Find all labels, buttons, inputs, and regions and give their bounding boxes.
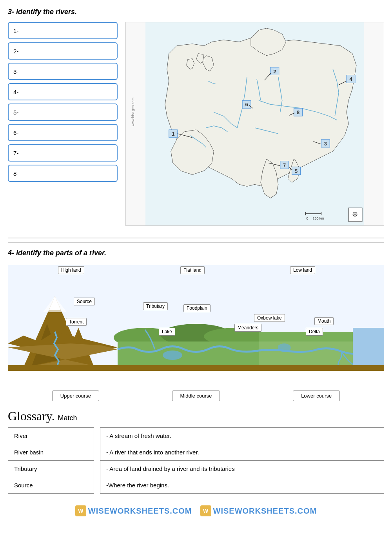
flat-land-label: Flat land [180,266,205,274]
svg-text:6: 6 [245,102,248,107]
svg-text:3: 3 [324,141,327,147]
oxbow-lake-label: Oxbow lake [254,314,285,322]
torrent-label: Torrent [66,318,87,326]
svg-text:1: 1 [172,131,174,137]
tributary-label: Tributary [143,302,168,310]
glossary-section: Glossary. Match River River basin Tribut… [8,409,384,494]
glossary-term-2: Tributary [8,461,94,477]
glossary-term-1: River basin [8,444,94,461]
meanders-label: Meanders [234,324,261,332]
glossary-def-2: - Area of land drained by a river and it… [100,461,384,477]
section3: 3- Identify the rivers. 1- 2- 3- 4- 5- 6… [8,8,384,226]
footer-text-2: WISEWORKSHEETS.COM [213,507,317,516]
section3-title: 3- Identify the rivers. [8,8,384,16]
glossary-title: Glossary. Match [8,409,384,423]
glossary-subtitle: Match [58,414,77,422]
lake-label: Lake [159,328,175,336]
footer-logo-2: W [200,505,211,516]
footer-text-1: WISEWORKSHEETS.COM [88,507,192,516]
map-watermark: www.hist-geo.com [131,98,135,126]
section4-title: 4- Identify the parts of a river. [8,249,384,257]
answer-boxes: 1- 2- 3- 4- 5- 6- 7- 8- [8,22,118,226]
svg-text:5: 5 [295,168,298,174]
glossary-table: River River basin Tributary Source - A s… [8,427,384,494]
europe-map: www.hist-geo.com [125,22,384,226]
svg-text:0: 0 [306,216,308,220]
glossary-term-0: River [8,428,94,444]
footer-logo-1: W [75,505,86,516]
low-land-label: Low land [290,266,315,274]
footer: W WISEWORKSHEETS.COM W WISEWORKSHEETS.CO… [8,505,384,516]
glossary-def-1: - A river that ends into another river. [100,444,384,461]
glossary-def-0: - A stream of fresh water. [100,428,384,444]
svg-rect-49 [8,365,384,371]
svg-text:250 km: 250 km [312,216,324,220]
delta-label: Delta [306,328,323,336]
glossary-def-3: -Where the river begins. [100,477,384,493]
svg-text:4: 4 [349,76,352,82]
middle-course-label: Middle course [172,391,220,401]
answer-box-8[interactable]: 8- [8,165,118,182]
source-label: Source [74,298,95,305]
upper-course-label: Upper course [52,391,99,401]
svg-text:⊕: ⊕ [352,210,358,218]
section4: 4- Identify the parts of a river. [8,242,384,401]
answer-box-6[interactable]: 6- [8,124,118,141]
river-diagram: High land Flat land Low land Source Torr… [8,263,384,389]
answer-box-3[interactable]: 3- [8,63,118,80]
answer-box-5[interactable]: 5- [8,104,118,121]
answer-box-4[interactable]: 4- [8,83,118,100]
svg-point-45 [163,351,182,360]
glossary-term-3: Source [8,477,94,493]
svg-text:8: 8 [297,109,299,115]
lower-course-label: Lower course [293,391,340,401]
svg-text:2: 2 [273,69,276,74]
answer-box-7[interactable]: 7- [8,144,118,162]
glossary-definitions-column: - A stream of fresh water. - A river tha… [100,427,384,494]
answer-box-1[interactable]: 1- [8,22,118,39]
answer-box-2[interactable]: 2- [8,42,118,60]
high-land-label: High land [58,266,84,274]
glossary-word: Glossary. [8,409,55,423]
course-labels: Upper course Middle course Lower course [8,391,384,401]
glossary-terms-column: River River basin Tributary Source [8,427,94,494]
svg-text:7: 7 [283,162,286,168]
mouth-label: Mouth [314,317,334,325]
floodplain-label: Foodplain [183,304,211,312]
